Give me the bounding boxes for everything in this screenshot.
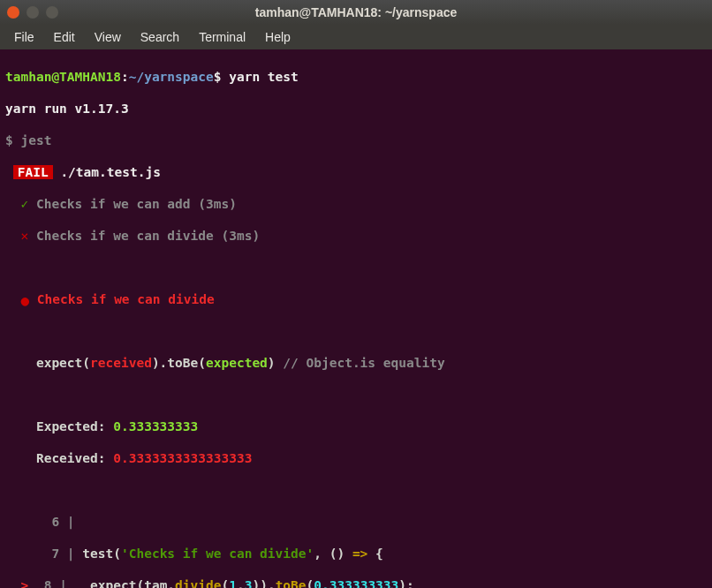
fail-test-time: (3ms) — [221, 229, 260, 243]
pass-test-name: Checks if we can add — [36, 197, 191, 211]
received-value: 0.3333333333333333 — [113, 451, 252, 465]
bullet-icon: ● — [20, 292, 29, 309]
terminal-output[interactable]: tamhan@TAMHAN18:~/yarnspace$ yarn test y… — [0, 49, 712, 588]
fail-badge: FAIL — [13, 165, 53, 179]
jest-line: $ jest — [5, 132, 707, 148]
expected-value: 0.333333333 — [113, 419, 198, 433]
fail-test-name: Checks if we can divide — [36, 229, 214, 243]
fail-line: FAIL ./tam.test.js — [5, 164, 707, 180]
jest-dollar: $ — [5, 133, 13, 147]
menu-search[interactable]: Search — [132, 26, 188, 48]
received-line: Received: 0.3333333333333333 — [5, 450, 707, 466]
jest-cmd: jest — [20, 133, 51, 147]
pass-test-line: ✓ Checks if we can add (3ms) — [5, 196, 707, 212]
prompt-userhost: tamhan@TAMHAN18 — [5, 70, 121, 84]
command-text: yarn test — [229, 70, 299, 84]
menu-file[interactable]: File — [5, 26, 43, 48]
cross-icon: ✕ — [20, 229, 28, 243]
menu-edit[interactable]: Edit — [45, 26, 84, 48]
fail-header: Checks if we can divide — [37, 292, 215, 306]
window-controls — [7, 6, 58, 19]
minimize-icon[interactable] — [27, 6, 39, 19]
pass-test-time: (3ms) — [198, 197, 237, 211]
checkmark-icon: ✓ — [20, 197, 28, 211]
maximize-icon[interactable] — [46, 6, 58, 19]
yarn-run-line: yarn run v1.17.3 — [5, 101, 707, 117]
menubar: File Edit View Search Terminal Help — [0, 25, 712, 49]
expect-template-line: expect(received).toBe(expected) // Objec… — [5, 355, 707, 371]
prompt-sep: : — [121, 70, 129, 84]
menu-terminal[interactable]: Terminal — [190, 26, 254, 48]
window-titlebar: tamhan@TAMHAN18: ~/yarnspace — [0, 0, 712, 25]
menu-help[interactable]: Help — [256, 26, 299, 48]
menu-view[interactable]: View — [86, 26, 130, 48]
expected-line: Expected: 0.333333333 — [5, 418, 707, 434]
fail-test-line: ✕ Checks if we can divide (3ms) — [5, 228, 707, 244]
window-title: tamhan@TAMHAN18: ~/yarnspace — [255, 5, 458, 19]
fail-header-line: ● Checks if we can divide — [5, 291, 707, 307]
code-line-7: 7 | test('Checks if we can divide', () =… — [5, 546, 707, 562]
code-line-8: > 8 | expect(tam.divide(1,3)).toBe(0.333… — [5, 577, 707, 588]
prompt-path: ~/yarnspace — [129, 70, 214, 84]
code-line-6: 6 | — [5, 514, 707, 530]
prompt-line: tamhan@TAMHAN18:~/yarnspace$ yarn test — [5, 69, 707, 85]
close-icon[interactable] — [7, 6, 19, 19]
fail-path: ./tam.test.js — [60, 165, 161, 179]
